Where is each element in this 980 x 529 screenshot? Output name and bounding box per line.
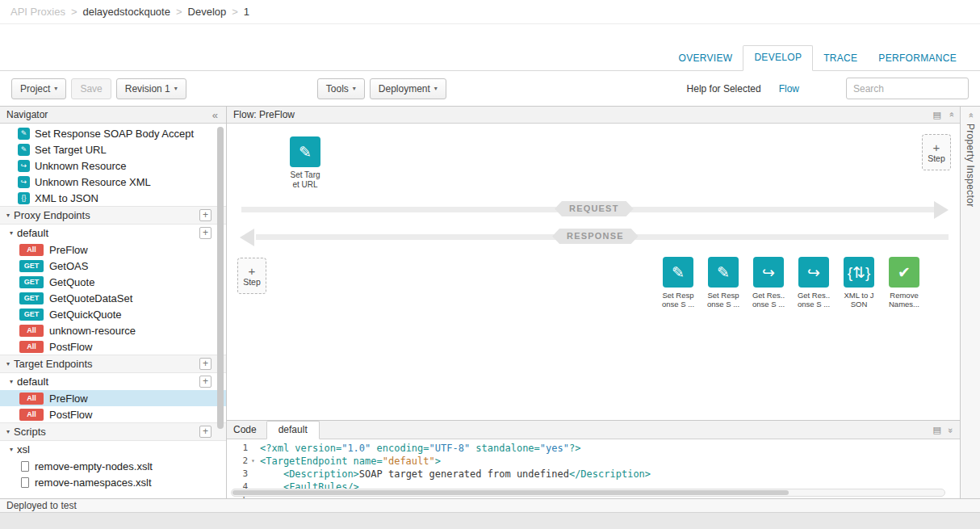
tab-trace[interactable]: TRACE bbox=[813, 47, 868, 71]
add-step-button-request[interactable]: + Step bbox=[922, 134, 951, 170]
add-icon[interactable]: + bbox=[199, 358, 211, 370]
request-steps: ✎Set Targ et URL bbox=[283, 136, 327, 190]
file-icon bbox=[21, 477, 29, 488]
main-area: Navigator « ✎Set Response SOAP Body Acce… bbox=[0, 106, 980, 498]
navigator-item-getquickquote[interactable]: GETGetQuickQuote bbox=[0, 306, 226, 322]
add-icon[interactable]: + bbox=[199, 376, 211, 388]
selected-flow-link[interactable]: Flow bbox=[779, 83, 799, 94]
flow-step-xml-to-j-son[interactable]: {⇅}XML to J SON bbox=[839, 257, 879, 309]
open-property-inspector-icon[interactable]: » bbox=[965, 113, 975, 118]
navigator-policy-set-response-soap-body-accept[interactable]: ✎Set Response SOAP Body Accept bbox=[0, 125, 226, 141]
pencil-icon: ✎ bbox=[18, 144, 30, 156]
tab-develop[interactable]: DEVELOP bbox=[743, 45, 813, 71]
navigator-policy-unknown-resource-xml[interactable]: ↪Unknown Resource XML bbox=[0, 174, 226, 190]
code-editor[interactable]: 1<?xml version="1.0" encoding="UTF-8" st… bbox=[227, 439, 960, 498]
add-icon[interactable]: + bbox=[199, 227, 211, 239]
flow-step-get-res-onse-s[interactable]: ↪Get Res.. onse S ... bbox=[748, 257, 789, 309]
navigator-item-getquote[interactable]: GETGetQuote bbox=[0, 274, 226, 290]
code-token: ?> bbox=[569, 443, 580, 454]
save-button[interactable]: Save bbox=[71, 78, 111, 99]
flow-step-get-res-onse-s[interactable]: ↪Get Res.. onse S ... bbox=[794, 257, 834, 309]
response-arrow-icon bbox=[240, 229, 254, 246]
navigator-section-proxy-endpoints[interactable]: ▾Proxy Endpoints+ bbox=[0, 206, 226, 225]
navigator-group-xsl[interactable]: ▾xsl bbox=[0, 441, 226, 458]
code-token: </Description> bbox=[569, 468, 651, 480]
navigator-policy-xml-to-json[interactable]: {}XML to JSON bbox=[0, 190, 226, 206]
navigator-group-default[interactable]: ▾default+ bbox=[0, 225, 226, 241]
code-tab-default[interactable]: default bbox=[266, 421, 320, 439]
expand-panel-icon[interactable]: » bbox=[946, 427, 956, 432]
navigator-item-preflow[interactable]: AllPreFlow bbox=[0, 390, 226, 406]
add-icon[interactable]: + bbox=[199, 209, 211, 221]
navigator-item-remove-namespaces-xslt[interactable]: remove-namespaces.xslt bbox=[0, 474, 226, 490]
navigator-scrollbar-thumb[interactable] bbox=[217, 127, 224, 429]
flow-canvas[interactable]: ✎Set Targ et URL + Step REQUEST RESPONSE… bbox=[227, 124, 960, 420]
revision-menu-button[interactable]: Revision 1 ▾ bbox=[116, 78, 186, 99]
tab-row: OVERVIEW DEVELOP TRACE PERFORMANCE bbox=[0, 24, 980, 71]
project-menu-label: Project bbox=[20, 83, 50, 94]
flow-step-set-resp-onse-s[interactable]: ✎Set Resp onse S ... bbox=[703, 257, 743, 309]
tab-performance[interactable]: PERFORMANCE bbox=[868, 47, 967, 71]
item-label: PostFlow bbox=[49, 409, 92, 421]
fold-toggle-icon[interactable]: ▾ bbox=[248, 455, 258, 468]
method-badge: All bbox=[19, 325, 44, 337]
save-label: Save bbox=[80, 83, 102, 94]
navigator-item-preflow[interactable]: AllPreFlow bbox=[0, 241, 226, 258]
navigator-item-postflow[interactable]: AllPostFlow bbox=[0, 338, 226, 355]
flow-step-set-resp-onse-s[interactable]: ✎Set Resp onse S ... bbox=[658, 257, 698, 309]
add-step-button-response[interactable]: + Step bbox=[237, 258, 266, 294]
group-label: default bbox=[17, 227, 48, 239]
collapse-navigator-icon[interactable]: « bbox=[212, 109, 220, 121]
add-icon[interactable]: + bbox=[199, 426, 211, 438]
chevron-down-icon: ▾ bbox=[174, 85, 178, 92]
item-label: remove-empty-nodes.xslt bbox=[35, 460, 153, 472]
navigator-group-default[interactable]: ▾default+ bbox=[0, 373, 226, 390]
flow-header: Flow: PreFlow ▤ » bbox=[227, 107, 960, 124]
navigator-item-remove-empty-nodes-xslt[interactable]: remove-empty-nodes.xslt bbox=[0, 458, 226, 474]
line-content: <Description>SOAP target generated from … bbox=[258, 468, 651, 481]
method-badge: GET bbox=[19, 276, 44, 288]
breadcrumb-api-proxies[interactable]: API Proxies bbox=[10, 6, 65, 18]
navigator-item-postflow[interactable]: AllPostFlow bbox=[0, 406, 226, 422]
project-menu-button[interactable]: Project ▾ bbox=[11, 78, 66, 99]
fold-spacer bbox=[248, 442, 258, 455]
tab-bar: OVERVIEW DEVELOP TRACE PERFORMANCE bbox=[668, 45, 967, 71]
property-inspector-strip[interactable]: » Property Inspector bbox=[960, 107, 980, 498]
flow-title: Flow: PreFlow bbox=[233, 109, 295, 120]
search-input[interactable] bbox=[846, 78, 969, 99]
flow-editor-column: Flow: PreFlow ▤ » ✎Set Targ et URL + Ste… bbox=[227, 107, 960, 498]
code-horizontal-scrollbar[interactable] bbox=[231, 489, 945, 497]
method-badge: GET bbox=[19, 292, 44, 304]
navigator-policy-set-target-url[interactable]: ✎Set Target URL bbox=[0, 141, 226, 157]
flow-step-set-targ-et-url[interactable]: ✎Set Targ et URL bbox=[283, 136, 327, 190]
deployment-menu-button[interactable]: Deployment ▾ bbox=[370, 78, 446, 99]
expand-panel-icon[interactable]: » bbox=[946, 112, 956, 117]
navigator-item-getoas[interactable]: GETGetOAS bbox=[0, 258, 226, 274]
tab-overview[interactable]: OVERVIEW bbox=[668, 47, 743, 71]
flow-step-remove-names[interactable]: ✔Remove Names... bbox=[884, 257, 924, 309]
plus-icon: + bbox=[933, 142, 940, 153]
chevron-down-icon: ▾ bbox=[353, 85, 356, 92]
line-number: 2 bbox=[227, 455, 248, 468]
navigator-scrollbar[interactable] bbox=[217, 127, 224, 490]
policy-label: Set Target URL bbox=[35, 144, 107, 156]
breadcrumb-revision: 1 bbox=[244, 6, 249, 18]
line-number: 1 bbox=[227, 442, 248, 455]
tools-menu-button[interactable]: Tools ▾ bbox=[317, 78, 365, 99]
layout-toggle-icon[interactable]: ▤ bbox=[932, 425, 940, 435]
revision-menu-label: Revision 1 bbox=[125, 83, 170, 94]
breadcrumb-develop[interactable]: Develop bbox=[188, 6, 227, 18]
navigator-item-getquotedataset[interactable]: GETGetQuoteDataSet bbox=[0, 290, 226, 306]
code-scrollbar-thumb[interactable] bbox=[232, 490, 789, 495]
layout-toggle-icon[interactable]: ▤ bbox=[932, 110, 940, 120]
navigator-item-unknown-resource[interactable]: Allunknown-resource bbox=[0, 322, 226, 338]
deployment-menu-label: Deployment bbox=[379, 83, 430, 94]
navigator-section-target-endpoints[interactable]: ▾Target Endpoints+ bbox=[0, 355, 226, 373]
navigator-section-scripts[interactable]: ▾Scripts+ bbox=[0, 422, 226, 441]
breadcrumb: API Proxies > delayedstockquote > Develo… bbox=[0, 0, 980, 24]
breadcrumb-proxy-name[interactable]: delayedstockquote bbox=[83, 6, 170, 18]
chevron-down-icon: ▾ bbox=[6, 212, 10, 219]
navigator-policy-unknown-resource[interactable]: ↪Unknown Resource bbox=[0, 157, 226, 174]
code-token: <Description> bbox=[283, 468, 359, 480]
add-step-label: Step bbox=[928, 153, 945, 163]
